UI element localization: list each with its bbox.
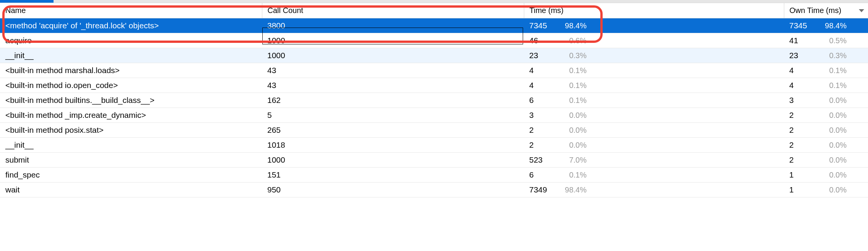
cell-own-time: 10.0% xyxy=(784,183,868,197)
cell-own-time-value: 3 xyxy=(789,96,817,105)
cell-time-pct: 0.1% xyxy=(557,171,587,179)
cell-name: submit xyxy=(0,153,262,168)
cell-own-time-value: 2 xyxy=(789,140,817,150)
cell-own-time-pct: 0.5% xyxy=(817,36,847,45)
cell-call-count: 43 xyxy=(262,78,524,93)
cell-call-count: 1000 xyxy=(262,153,524,168)
cell-own-time-value: 23 xyxy=(789,51,817,60)
cell-time: 734998.4% xyxy=(524,183,784,197)
cell-time-pct: 0.1% xyxy=(557,66,587,75)
cell-own-time: 410.5% xyxy=(784,33,868,48)
sort-desc-icon xyxy=(859,9,864,12)
cell-own-time-pct: 0.0% xyxy=(817,156,847,165)
cell-own-time: 20.0% xyxy=(784,123,868,138)
table-row[interactable]: <built-in method marshal.loads>4340.1%40… xyxy=(0,63,868,78)
cell-own-time-pct: 0.0% xyxy=(817,96,847,105)
cell-own-time: 230.3% xyxy=(784,48,868,63)
table-row[interactable]: wait950734998.4%10.0% xyxy=(0,183,868,197)
cell-name: <built-in method posix.stat> xyxy=(0,123,262,138)
cell-name: <built-in method io.open_code> xyxy=(0,78,262,93)
cell-time-pct: 0.6% xyxy=(557,36,587,45)
cell-call-count: 162 xyxy=(262,93,524,108)
cell-time-value: 2 xyxy=(529,140,557,150)
cell-call-count: 3800 xyxy=(262,18,524,33)
cell-time-value: 23 xyxy=(529,51,557,60)
cell-own-time: 20.0% xyxy=(784,153,868,168)
cell-time: 20.0% xyxy=(524,138,784,153)
cell-time: 460.6% xyxy=(524,33,784,48)
cell-own-time-value: 4 xyxy=(789,81,817,90)
cell-own-time: 30.0% xyxy=(784,93,868,108)
cell-time-pct: 0.3% xyxy=(557,51,587,60)
cell-time-value: 3 xyxy=(529,111,557,120)
cell-name: <built-in method _imp.create_dynamic> xyxy=(0,108,262,123)
col-header-name[interactable]: Name xyxy=(0,3,262,18)
cell-time-pct: 7.0% xyxy=(557,156,587,165)
cell-time-pct: 0.1% xyxy=(557,81,587,90)
cell-own-time-value: 2 xyxy=(789,126,817,135)
cell-own-time: 40.1% xyxy=(784,78,868,93)
cell-time-pct: 0.0% xyxy=(557,111,587,120)
cell-own-time-pct: 0.0% xyxy=(817,171,847,179)
table-row[interactable]: <built-in method posix.stat>26520.0%20.0… xyxy=(0,123,868,138)
table-row[interactable]: __init__101820.0%20.0% xyxy=(0,138,868,153)
col-header-call-count[interactable]: Call Count xyxy=(262,3,524,18)
table-row[interactable]: <built-in method _imp.create_dynamic>530… xyxy=(0,108,868,123)
cell-own-time: 20.0% xyxy=(784,138,868,153)
table-row[interactable]: <method 'acquire' of '_thread.lock' obje… xyxy=(0,18,868,33)
cell-time: 60.1% xyxy=(524,168,784,183)
cell-time: 60.1% xyxy=(524,93,784,108)
cell-time: 230.3% xyxy=(524,48,784,63)
cell-own-time-pct: 0.3% xyxy=(817,51,847,60)
cell-name: <built-in method marshal.loads> xyxy=(0,63,262,78)
cell-time-pct: 98.4% xyxy=(557,21,587,30)
cell-call-count: 151 xyxy=(262,168,524,183)
cell-call-count: 1018 xyxy=(262,138,524,153)
cell-own-time-value: 2 xyxy=(789,155,817,165)
cell-time-value: 523 xyxy=(529,155,557,165)
col-header-own-time-label: Own Time (ms) xyxy=(790,6,842,15)
cell-name: acquire xyxy=(0,33,262,48)
table-row[interactable]: acquire1000460.6%410.5% xyxy=(0,33,868,48)
cell-own-time-pct: 0.0% xyxy=(817,141,847,150)
cell-own-time-value: 41 xyxy=(789,36,817,45)
cell-own-time-pct: 0.0% xyxy=(817,186,847,194)
cell-name: __init__ xyxy=(0,138,262,153)
cell-own-time: 40.1% xyxy=(784,63,868,78)
cell-time: 20.0% xyxy=(524,123,784,138)
cell-call-count: 265 xyxy=(262,123,524,138)
cell-time-value: 2 xyxy=(529,126,557,135)
cell-own-time-value: 2 xyxy=(789,111,817,120)
col-header-own-time[interactable]: Own Time (ms) xyxy=(784,3,868,18)
table-row[interactable]: find_spec15160.1%10.0% xyxy=(0,168,868,183)
cell-own-time-pct: 0.0% xyxy=(817,111,847,120)
profiler-table: Name Call Count Time (ms) Own Time (ms) … xyxy=(0,3,868,197)
cell-time: 734598.4% xyxy=(524,18,784,33)
table-row[interactable]: <built-in method io.open_code>4340.1%40.… xyxy=(0,78,868,93)
cell-own-time: 734598.4% xyxy=(784,18,868,33)
cell-time-pct: 98.4% xyxy=(557,186,587,194)
col-header-time[interactable]: Time (ms) xyxy=(524,3,784,18)
table-row[interactable]: __init__1000230.3%230.3% xyxy=(0,48,868,63)
cell-name: <built-in method builtins.__build_class_… xyxy=(0,93,262,108)
cell-own-time-value: 1 xyxy=(789,185,817,194)
cell-time-pct: 0.0% xyxy=(557,141,587,150)
cell-time-pct: 0.1% xyxy=(557,96,587,105)
cell-time: 5237.0% xyxy=(524,153,784,168)
cell-name: <method 'acquire' of '_thread.lock' obje… xyxy=(0,18,262,33)
cell-time-value: 7349 xyxy=(529,185,557,194)
cell-call-count: 950 xyxy=(262,183,524,197)
cell-own-time-pct: 98.4% xyxy=(817,21,847,30)
cell-time: 30.0% xyxy=(524,108,784,123)
cell-time-value: 4 xyxy=(529,66,557,75)
cell-call-count: 5 xyxy=(262,108,524,123)
cell-time: 40.1% xyxy=(524,63,784,78)
cell-own-time-value: 1 xyxy=(789,170,817,179)
table-row[interactable]: submit10005237.0%20.0% xyxy=(0,153,868,168)
active-tab-indicator xyxy=(0,0,54,3)
cell-name: wait xyxy=(0,183,262,197)
table-row[interactable]: <built-in method builtins.__build_class_… xyxy=(0,93,868,108)
cell-time: 40.1% xyxy=(524,78,784,93)
cell-call-count: 1000 xyxy=(262,48,524,63)
cell-time-value: 6 xyxy=(529,170,557,179)
